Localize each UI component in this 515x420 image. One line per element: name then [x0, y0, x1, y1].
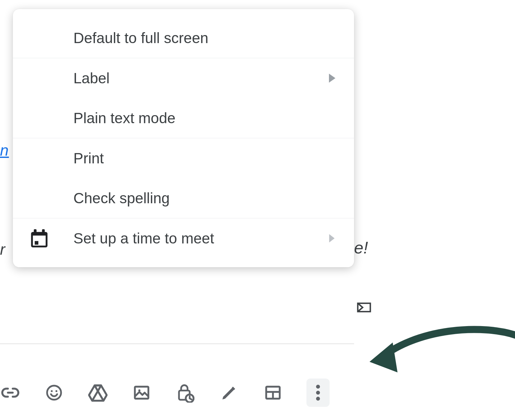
svg-rect-6 — [35, 241, 38, 245]
menu-item-label: Label — [28, 69, 326, 87]
svg-marker-11 — [89, 386, 107, 401]
more-options-button[interactable] — [306, 379, 330, 407]
insert-drive-file-button[interactable] — [88, 382, 108, 403]
compose-more-options-menu: Default to full screen Label Plain text … — [13, 9, 354, 267]
menu-item-label: Print — [28, 150, 339, 167]
background-divider — [0, 343, 354, 344]
background-glyph — [356, 299, 372, 316]
background-text-fragment: r — [0, 241, 5, 258]
svg-marker-12 — [95, 386, 101, 391]
lock-clock-icon — [176, 383, 195, 403]
annotation-arrow — [367, 325, 515, 396]
menu-item-label[interactable]: Label — [13, 58, 354, 98]
confidential-mode-button[interactable] — [175, 382, 196, 403]
layout-icon — [264, 384, 282, 402]
svg-rect-4 — [42, 229, 45, 234]
chevron-right-icon — [326, 234, 339, 242]
svg-rect-3 — [34, 229, 37, 234]
svg-marker-26 — [370, 342, 398, 372]
calendar-icon — [28, 227, 73, 249]
link-icon — [1, 383, 20, 402]
insert-signature-button[interactable] — [219, 382, 239, 403]
svg-point-23 — [316, 385, 320, 388]
compose-toolbar — [0, 375, 330, 410]
insert-link-button[interactable] — [0, 382, 21, 403]
drive-icon — [88, 384, 108, 402]
menu-item-plain-text-mode[interactable]: Plain text mode — [13, 98, 354, 138]
svg-point-9 — [51, 390, 53, 392]
menu-item-label: Plain text mode — [28, 109, 339, 127]
svg-line-14 — [98, 391, 104, 401]
image-icon — [133, 384, 151, 402]
svg-marker-1 — [329, 74, 335, 83]
svg-point-10 — [55, 390, 57, 392]
insert-photo-button[interactable] — [131, 382, 152, 403]
svg-point-16 — [138, 389, 141, 392]
insert-emoji-button[interactable] — [44, 382, 64, 403]
menu-item-label: Default to full screen — [28, 29, 339, 47]
menu-item-default-full-screen[interactable]: Default to full screen — [13, 18, 354, 58]
svg-point-25 — [316, 397, 320, 401]
menu-item-check-spelling[interactable]: Check spelling — [13, 178, 354, 218]
menu-item-set-up-time-to-meet[interactable]: Set up a time to meet — [13, 218, 354, 258]
emoji-icon — [45, 383, 63, 402]
background-text-fragment: e! — [354, 238, 368, 257]
menu-item-label: Check spelling — [28, 189, 339, 207]
svg-point-8 — [47, 386, 61, 400]
pen-icon — [220, 384, 238, 402]
svg-line-13 — [92, 391, 98, 401]
background-link-fragment: n — [0, 142, 9, 159]
select-layout-button[interactable] — [263, 382, 283, 403]
menu-item-label: Set up a time to meet — [73, 230, 326, 247]
svg-marker-7 — [329, 234, 335, 242]
svg-rect-15 — [135, 387, 148, 398]
menu-item-print[interactable]: Print — [13, 138, 354, 178]
chevron-right-icon — [326, 74, 339, 83]
more-vert-icon — [316, 384, 320, 402]
svg-point-24 — [316, 391, 320, 395]
